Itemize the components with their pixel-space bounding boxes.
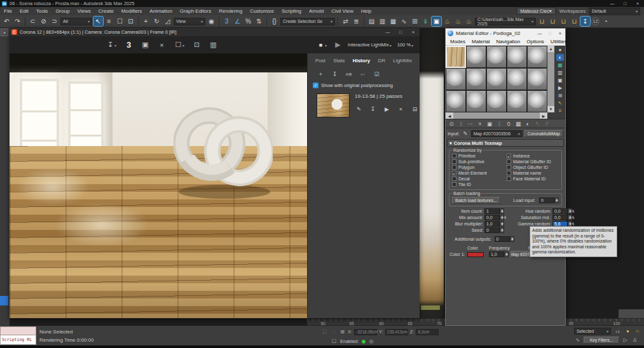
video-color-check-icon[interactable]: ▣ bbox=[556, 77, 564, 84]
scroll-down-icon[interactable]: ▼ bbox=[547, 106, 554, 112]
additional-outputs-field[interactable]: 0 bbox=[495, 236, 510, 242]
input-map-combo[interactable]: Map #2070303506 ▾ bbox=[471, 130, 523, 137]
menu-group[interactable]: Group bbox=[51, 8, 73, 14]
menu-help[interactable]: Help bbox=[357, 8, 375, 14]
named-selection-set-combo[interactable]: Create Selection Se ▾ bbox=[280, 18, 335, 25]
minimize-icon[interactable]: — bbox=[535, 31, 545, 36]
menu-views[interactable]: Views bbox=[74, 8, 95, 14]
material-sample-slot[interactable] bbox=[446, 68, 466, 90]
scroll-left-icon[interactable]: ◀ bbox=[446, 112, 453, 119]
menu-utilities[interactable]: Utilities bbox=[548, 39, 570, 44]
chevron-down-icon[interactable]: ▾ bbox=[114, 43, 116, 50]
sample-horizontal-scrollbar[interactable]: ◀ ▶ bbox=[446, 112, 547, 119]
y-field[interactable]: 235,413cm bbox=[385, 329, 408, 335]
menu-civil-view[interactable]: Civil View bbox=[327, 8, 357, 14]
color1-swatch[interactable] bbox=[467, 252, 484, 257]
material-sample-slot[interactable] bbox=[527, 46, 547, 68]
material-map-navigator-icon[interactable]: ≡ bbox=[556, 107, 564, 114]
checkbox-primitive[interactable]: Primitive bbox=[452, 153, 507, 159]
schematic-view-icon[interactable]: ⊞ bbox=[410, 17, 420, 26]
spinner-arrows[interactable] bbox=[500, 215, 504, 220]
archive-folder-icon[interactable]: ⊔ bbox=[570, 17, 579, 26]
duplicate-image-icon[interactable]: ▣ bbox=[140, 39, 151, 50]
material-sample-slot[interactable] bbox=[527, 68, 547, 90]
reference-coordinate-combo[interactable]: View ▾ bbox=[174, 18, 205, 25]
entry-save-icon[interactable]: ↧ bbox=[369, 105, 377, 113]
menu-create[interactable]: Create bbox=[95, 8, 118, 14]
entry-load-icon[interactable]: ▶ bbox=[383, 105, 391, 113]
menu-rendering[interactable]: Rendering bbox=[215, 8, 246, 14]
save-file-icon[interactable]: ↧ bbox=[580, 17, 590, 26]
start-render-icon[interactable]: ▶ bbox=[332, 39, 343, 50]
show-postprocessing-checkbox[interactable]: ✓ Show with original postprocessing bbox=[308, 79, 420, 88]
background-icon[interactable]: ▦ bbox=[556, 62, 564, 69]
save-folder-icon[interactable]: ⊔ bbox=[559, 17, 568, 26]
badge-12-icon[interactable]: 12 bbox=[591, 17, 599, 25]
show-map-in-viewport-icon[interactable]: ▦ bbox=[514, 120, 522, 128]
close-icon[interactable]: × bbox=[631, 1, 644, 6]
maxscript-mini-listener[interactable]: Scripting Mi bbox=[0, 326, 36, 345]
menu-customize[interactable]: Customize bbox=[246, 8, 278, 14]
ab-split-icon[interactable]: ▥ bbox=[208, 39, 219, 50]
frequency-field[interactable]: 1,0 bbox=[489, 251, 504, 257]
checkbox-face-material-id[interactable]: Face Material ID bbox=[507, 176, 559, 182]
history-entry[interactable]: 19-13-58 | 25 passes ✎ ↧ ▶ × ⊟ bbox=[308, 88, 420, 117]
eyedropper-icon[interactable]: ✎ bbox=[462, 130, 469, 137]
seed-field[interactable]: 0 bbox=[484, 227, 500, 233]
spinner-arrows[interactable] bbox=[500, 221, 504, 227]
named-selection-sets-icon[interactable]: {} bbox=[270, 17, 279, 26]
make-preview-icon[interactable]: ▶ bbox=[556, 84, 564, 91]
snap-toggle-icon[interactable]: 3 bbox=[222, 17, 231, 26]
make-unique-icon[interactable]: ▣ bbox=[486, 120, 493, 128]
set-key-icon[interactable]: +1 bbox=[613, 328, 622, 335]
backlight-icon[interactable]: ◐ bbox=[556, 54, 564, 61]
chevron-down-icon[interactable]: ▾ bbox=[182, 43, 184, 50]
window-crossing-icon[interactable]: ⊡ bbox=[126, 17, 135, 26]
checkbox-polygon[interactable]: Polygon bbox=[452, 164, 507, 170]
z-field[interactable]: 6,3cm bbox=[416, 329, 439, 335]
menu-arnold[interactable]: Arnold bbox=[305, 8, 327, 14]
batch-load-textures-button[interactable]: Batch load textures... bbox=[452, 197, 500, 204]
select-by-name-icon[interactable]: ≡ bbox=[104, 17, 114, 26]
checkbox-object-gbuffer-id[interactable]: Object GBuffer ID bbox=[507, 164, 559, 170]
spinner-arrows[interactable] bbox=[568, 208, 572, 214]
material-sample-slot[interactable] bbox=[446, 90, 466, 112]
zoom-level-combo[interactable]: 100 % ▾ bbox=[397, 42, 414, 48]
menu-file[interactable]: File bbox=[0, 8, 16, 14]
material-sample-slot[interactable] bbox=[527, 90, 547, 112]
select-and-scale-icon[interactable]: ◿ bbox=[163, 17, 172, 26]
checkbox-mesh-element[interactable]: Mesh Element bbox=[452, 170, 507, 176]
select-by-material-icon[interactable]: ↖ bbox=[556, 100, 564, 107]
tab-history[interactable]: History bbox=[353, 58, 371, 64]
unlink-selection-icon[interactable]: ⊘ bbox=[39, 17, 48, 26]
angle-snap-icon[interactable]: ∠ bbox=[233, 17, 242, 26]
menu-material[interactable]: Material bbox=[469, 39, 492, 44]
blur-multiplier-field[interactable]: 1,0 bbox=[484, 221, 500, 227]
material-sample-slot[interactable] bbox=[486, 90, 507, 112]
spinner-arrows[interactable] bbox=[504, 251, 509, 257]
history-ab-compare-icon[interactable]: A/B bbox=[345, 70, 353, 78]
select-and-link-icon[interactable]: ⊂ bbox=[28, 17, 38, 26]
history-cleanup-icon[interactable]: ☑ bbox=[373, 70, 381, 78]
spinner-arrows[interactable] bbox=[500, 208, 504, 214]
entry-edit-icon[interactable]: ✎ bbox=[355, 105, 363, 113]
material-sample-slot[interactable] bbox=[466, 68, 486, 90]
sample-vertical-scrollbar[interactable]: ▲ ▼ bbox=[547, 46, 554, 112]
checkbox-tile-id[interactable]: Tile ID bbox=[452, 182, 507, 187]
focus-pick-icon[interactable]: ⊡ bbox=[191, 39, 202, 50]
menu-graph-editors[interactable]: Graph Editors bbox=[176, 8, 215, 14]
material-id-channel-icon[interactable]: 0 bbox=[505, 120, 512, 128]
mini-curve-editor-icon[interactable]: ∿ bbox=[574, 337, 581, 344]
render-mode-combo[interactable]: Interactive LightMix ▾ bbox=[348, 42, 393, 48]
material-sample-slot[interactable] bbox=[466, 90, 486, 112]
key-selection-combo[interactable]: Selected ▾ bbox=[574, 328, 611, 335]
uv-tiling-icon[interactable]: ▥ bbox=[556, 69, 564, 76]
rendered-frame-window-icon[interactable]: ♨ bbox=[453, 17, 463, 26]
tab-stats[interactable]: Stats bbox=[333, 58, 345, 64]
history-save-icon[interactable]: ↧ bbox=[331, 70, 339, 78]
maximize-icon[interactable]: □ bbox=[394, 30, 407, 34]
tab-lightmix[interactable]: LightMix bbox=[393, 58, 412, 64]
listener-line[interactable]: Scripting Mi bbox=[0, 335, 36, 345]
curve-editor-icon[interactable]: ∿ bbox=[399, 17, 409, 26]
history-thumbnail[interactable] bbox=[317, 93, 350, 117]
